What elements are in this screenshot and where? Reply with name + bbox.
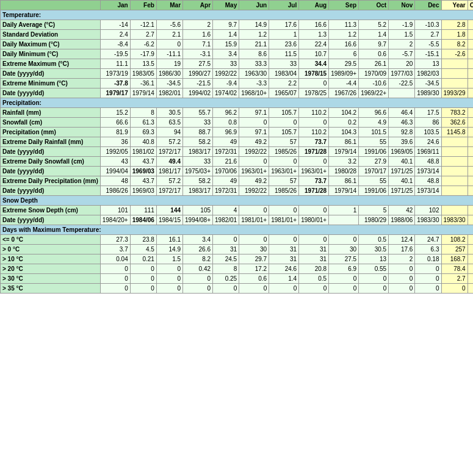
table-row: > 20 °C0000.42817.224.620.86.90.550078.4… <box>1 264 474 274</box>
cell-value: 1978/15 <box>299 69 329 79</box>
cell-value: -21.5 <box>183 79 213 88</box>
cell-value: 31 <box>269 254 299 264</box>
cell-value: 0.8 <box>213 118 239 128</box>
cell-value <box>468 88 473 98</box>
row-label: > 0 °C <box>1 245 101 254</box>
cell-value: 110.2 <box>299 108 329 118</box>
cell-value: 49 <box>213 176 239 186</box>
table-row: Extreme Minimum (°C)-37.8-36.1-34.5-21.5… <box>1 79 474 88</box>
table-row: Daily Minimum (°C)-19.5-17.9-11.1-3.13.4… <box>1 49 474 59</box>
cell-value: 8 <box>130 108 156 118</box>
col-header-jan: Jan <box>100 1 130 10</box>
row-label-header <box>1 1 101 10</box>
cell-value: 0 <box>156 274 182 284</box>
cell-value: 1989/30 <box>415 88 441 98</box>
col-header-nov: Nov <box>389 1 415 10</box>
cell-value: 33 <box>183 118 213 128</box>
cell-value: -17.9 <box>130 49 156 59</box>
cell-value: C <box>468 49 473 59</box>
cell-value: 46.4 <box>389 108 415 118</box>
col-header-jun: Jun <box>239 1 269 10</box>
cell-value: 49.4 <box>156 157 182 167</box>
cell-value: 31 <box>299 254 329 264</box>
cell-value: 0 <box>239 206 269 215</box>
cell-value: 19 <box>156 59 182 69</box>
cell-value <box>468 69 473 79</box>
cell-value: 58.2 <box>183 137 213 147</box>
cell-value: 1.5 <box>156 254 182 264</box>
cell-value: 110.2 <box>299 128 329 137</box>
cell-value: 1978/25 <box>299 88 329 98</box>
cell-value: 0.25 <box>213 274 239 284</box>
cell-value: 104.2 <box>329 108 359 118</box>
row-label: Standard Deviation <box>1 30 101 40</box>
cell-value: 101 <box>100 206 130 215</box>
cell-value: 16.1 <box>156 235 182 245</box>
row-label: Extreme Daily Rainfall (mm) <box>1 137 101 147</box>
cell-value <box>441 69 468 79</box>
cell-value: 30 <box>329 245 359 254</box>
row-label: Daily Minimum (°C) <box>1 49 101 59</box>
cell-value: 43 <box>100 157 130 167</box>
cell-value: 22.4 <box>299 40 329 49</box>
cell-value: -4.4 <box>329 79 359 88</box>
section-title: Days with Maximum Temperature: <box>1 225 474 235</box>
cell-value: 0.04 <box>100 254 130 264</box>
cell-value: 2.2 <box>269 79 299 88</box>
cell-value: -1.9 <box>389 20 415 30</box>
cell-value: 30 <box>239 245 269 254</box>
cell-value: -5.7 <box>389 49 415 59</box>
cell-value: -15.1 <box>415 49 441 59</box>
cell-value: 3.4 <box>183 235 213 245</box>
cell-value: 33 <box>213 59 239 69</box>
cell-value: 2 <box>389 254 415 264</box>
row-label: Date (yyyy/dd) <box>1 147 101 157</box>
cell-value: -19.5 <box>100 49 130 59</box>
cell-value: 1969/05 <box>389 147 415 157</box>
cell-value: 0 <box>130 274 156 284</box>
cell-value: C <box>468 30 473 40</box>
cell-value: 49.2 <box>239 176 269 186</box>
cell-value: C <box>468 128 473 137</box>
cell-value: 1971/28 <box>299 186 329 196</box>
col-header-code: Code <box>468 1 473 10</box>
section-title: Temperature: <box>1 10 474 20</box>
row-label: > 10 °C <box>1 254 101 264</box>
cell-value: 1994/08+ <box>183 215 213 225</box>
cell-value: 2.1 <box>156 30 182 40</box>
row-label: Extreme Daily Snowfall (cm) <box>1 157 101 167</box>
cell-value: 5.2 <box>359 20 389 30</box>
table-row: Precipitation (mm)81.969.39488.796.997.1… <box>1 128 474 137</box>
cell-value: 27.5 <box>329 254 359 264</box>
cell-value: 1979/14 <box>329 186 359 196</box>
cell-value: 0 <box>239 157 269 167</box>
cell-value: -3.3 <box>239 79 269 88</box>
cell-value: 1963/30 <box>239 69 269 79</box>
cell-value: 78.4 <box>441 264 468 274</box>
cell-value: 0 <box>100 264 130 274</box>
cell-value: 0 <box>130 264 156 274</box>
cell-value: 9.7 <box>359 40 389 49</box>
cell-value: 23.6 <box>269 40 299 49</box>
cell-value: 27.9 <box>359 157 389 167</box>
column-headers: JanFebMarAprMayJunJulAugSepOctNovDecYear… <box>1 1 474 10</box>
section-title: Precipitation: <box>1 98 474 108</box>
cell-value: 94 <box>156 128 182 137</box>
cell-value: 69.3 <box>130 128 156 137</box>
cell-value: 1.2 <box>329 30 359 40</box>
cell-value: 24.6 <box>269 264 299 274</box>
cell-value: -36.1 <box>130 79 156 88</box>
cell-value: 1990/27 <box>183 69 213 79</box>
cell-value: 1972/17 <box>156 147 182 157</box>
cell-value: 46.3 <box>389 118 415 128</box>
cell-value: 17.5 <box>415 108 441 118</box>
cell-value: 73.7 <box>299 137 329 147</box>
cell-value: 2 <box>183 20 213 30</box>
cell-value: 57.2 <box>156 176 182 186</box>
cell-value: 26.6 <box>183 245 213 254</box>
cell-value: 3.7 <box>100 245 130 254</box>
cell-value: 0.5 <box>299 274 329 284</box>
col-header-mar: Mar <box>156 1 182 10</box>
col-header-oct: Oct <box>359 1 389 10</box>
cell-value <box>468 176 473 186</box>
